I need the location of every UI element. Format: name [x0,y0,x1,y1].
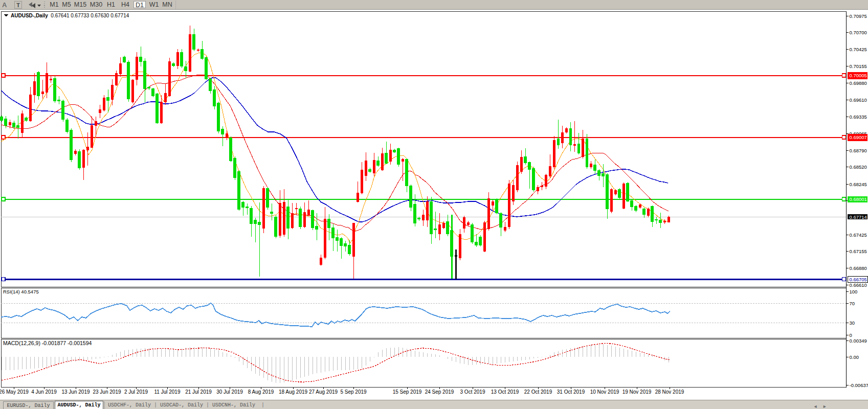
svg-text:0.69610: 0.69610 [850,97,867,103]
svg-text:24 Sep 2019: 24 Sep 2019 [425,389,454,395]
svg-text:13 Jun 2019: 13 Jun 2019 [61,389,90,395]
svg-text:MACD(12,26,9) -0.001877 -0.001: MACD(12,26,9) -0.001877 -0.001594 [3,340,92,346]
svg-text:18 Aug 2019: 18 Aug 2019 [279,389,308,395]
svg-text:0.68245: 0.68245 [850,181,867,187]
svg-text:30 Jul 2019: 30 Jul 2019 [216,389,243,395]
svg-text:27 Aug 2019: 27 Aug 2019 [309,389,338,395]
svg-text:15 Sep 2019: 15 Sep 2019 [393,389,422,395]
svg-text:0.69007: 0.69007 [850,134,867,140]
svg-text:0.66880: 0.66880 [850,265,867,271]
svg-text:0.68520: 0.68520 [850,164,867,170]
svg-text:4 Jun 2019: 4 Jun 2019 [31,389,57,395]
svg-text:5 Sep 2019: 5 Sep 2019 [340,389,367,395]
svg-text:19 Nov 2019: 19 Nov 2019 [622,389,652,395]
svg-text:0.68001: 0.68001 [850,196,867,202]
svg-text:0.66610: 0.66610 [850,282,867,288]
svg-text:23 Jun 2019: 23 Jun 2019 [93,389,121,395]
svg-text:0.70700: 0.70700 [850,30,867,35]
svg-text:13 Oct 2019: 13 Oct 2019 [491,389,519,395]
svg-text:0.00349: 0.00349 [850,338,867,344]
svg-text:-0.00637: -0.00637 [850,382,868,388]
svg-text:2 Jul 2019: 2 Jul 2019 [124,389,148,395]
svg-text:0.67155: 0.67155 [850,248,867,254]
svg-text:8 Aug 2019: 8 Aug 2019 [248,389,274,395]
svg-text:28 Nov 2019: 28 Nov 2019 [655,389,684,395]
svg-text:10 Nov 2019: 10 Nov 2019 [590,389,619,395]
svg-text:30: 30 [850,320,855,326]
svg-text:0.67714: 0.67714 [850,214,867,220]
svg-text:AUDUSD-,Daily 0.67641 0.67733: AUDUSD-,Daily 0.67641 0.67733 0.67630 0.… [11,13,129,18]
svg-text:31 Oct 2019: 31 Oct 2019 [557,389,585,395]
svg-text:100: 100 [850,289,858,294]
svg-text:70: 70 [850,301,855,306]
svg-text:11 Jul 2019: 11 Jul 2019 [154,389,181,395]
svg-text:0.66705: 0.66705 [850,277,867,282]
svg-text:0.67425: 0.67425 [850,232,867,238]
svg-text:0.00: 0.00 [850,354,859,360]
svg-text:22 Oct 2019: 22 Oct 2019 [524,389,552,395]
svg-text:3 Oct 2019: 3 Oct 2019 [460,389,485,395]
svg-text:0.70005: 0.70005 [850,73,867,78]
svg-text:0.69880: 0.69880 [850,80,867,86]
svg-text:0.70425: 0.70425 [850,47,867,52]
svg-text:0.70155: 0.70155 [850,63,867,69]
svg-text:RSI(14) 40.5475: RSI(14) 40.5475 [3,289,39,294]
svg-text:0.69335: 0.69335 [850,114,867,120]
svg-text:26 May 2019: 26 May 2019 [0,389,29,395]
svg-text:0.70975: 0.70975 [850,13,867,19]
svg-text:0: 0 [850,332,852,338]
svg-text:0.68790: 0.68790 [850,148,867,153]
svg-text:21 Jul 2019: 21 Jul 2019 [185,389,212,395]
